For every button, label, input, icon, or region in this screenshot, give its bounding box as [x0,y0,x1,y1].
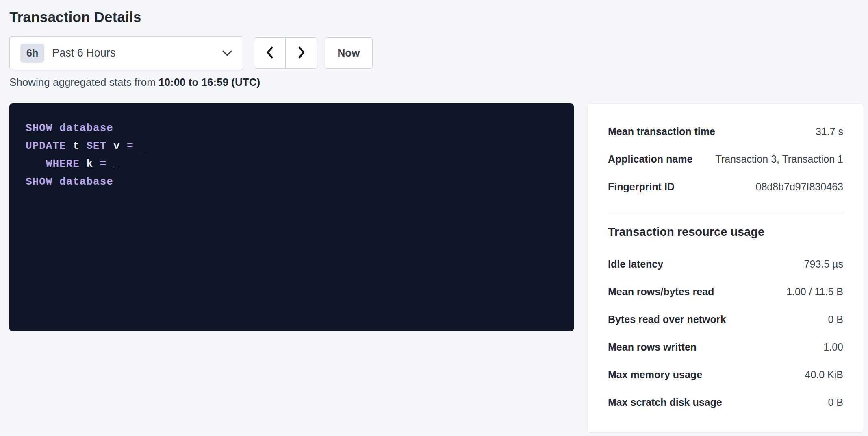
stat-label: Mean transaction time [608,126,715,137]
sql-line: UPDATE t SET v = _ [26,137,558,155]
stat-value: 40.0 KiB [805,369,843,381]
now-button[interactable]: Now [325,37,373,69]
stat-label: Bytes read over network [608,314,726,325]
stat-value: 0 B [828,314,843,325]
stat-value: 1.00 [823,341,843,353]
time-range-badge: 6h [20,44,44,63]
time-range-dropdown[interactable]: 6h Past 6 Hours [9,36,243,70]
stat-label: Application name [608,153,692,165]
stat-label: Mean rows/bytes read [608,286,714,298]
transaction-details-page: Transaction Details 6h Past 6 Hours Now [0,0,868,433]
stat-value: Transaction 3, Transaction 1 [715,153,843,165]
stat-row: Mean transaction time31.7 s [608,118,843,145]
stat-label: Idle latency [608,258,663,270]
page-title: Transaction Details [9,9,868,25]
stat-row: Mean rows written1.00 [608,333,843,361]
transaction-summary-card: Mean transaction time31.7 sApplication n… [587,103,864,433]
stat-value: 31.7 s [816,126,843,137]
stat-row: Fingerprint ID08d8b7d97f830463 [608,173,843,201]
time-nav-group [254,37,317,69]
next-interval-button[interactable] [286,37,317,69]
stat-label: Max scratch disk usage [608,397,722,408]
chevron-left-icon [265,46,274,60]
resource-usage-heading: Transaction resource usage [608,225,843,239]
resource-stats: Idle latency793.5 µsMean rows/bytes read… [608,250,843,416]
sql-statement-box: SHOW databaseUPDATE t SET v = _ WHERE k … [9,103,574,331]
time-range-label: Past 6 Hours [52,47,115,59]
aggregated-stats-caption: Showing aggregated stats from 10:00 to 1… [9,76,868,89]
chevron-down-icon [222,50,232,57]
content-row: SHOW databaseUPDATE t SET v = _ WHERE k … [9,103,868,433]
stat-row: Idle latency793.5 µs [608,250,843,278]
overview-stats: Mean transaction time31.7 sApplication n… [608,118,843,201]
stat-value: 1.00 / 11.5 B [786,286,843,298]
sql-line: WHERE k = _ [26,155,558,173]
stat-value: 08d8b7d97f830463 [755,181,843,193]
stat-row: Bytes read over network0 B [608,305,843,333]
stat-label: Fingerprint ID [608,181,675,193]
time-controls: 6h Past 6 Hours Now [9,36,868,70]
previous-interval-button[interactable] [254,37,286,69]
stat-value: 0 B [828,397,843,408]
stat-value: 793.5 µs [804,258,843,270]
stat-row: Mean rows/bytes read1.00 / 11.5 B [608,278,843,305]
sql-line: SHOW database [26,173,558,191]
chevron-right-icon [297,46,306,60]
sql-line: SHOW database [26,119,558,137]
caption-prefix: Showing aggregated stats from [9,76,158,88]
caption-time-range: 10:00 to 16:59 (UTC) [158,76,260,88]
stat-label: Mean rows written [608,341,697,353]
stat-row: Max memory usage40.0 KiB [608,361,843,388]
card-divider [608,212,843,212]
stat-label: Max memory usage [608,369,702,381]
stat-row: Application nameTransaction 3, Transacti… [608,145,843,173]
stat-row: Max scratch disk usage0 B [608,388,843,416]
